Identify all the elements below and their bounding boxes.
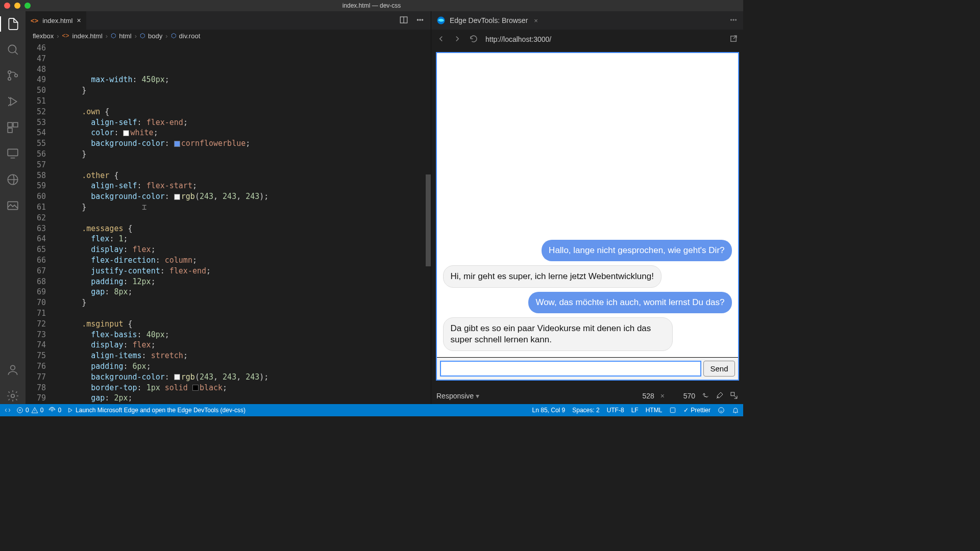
svg-rect-24 <box>671 408 675 413</box>
dimension-separator: × <box>660 392 665 400</box>
devtools-tab[interactable]: Edge DevTools: Browser × <box>431 11 743 30</box>
message-input[interactable] <box>440 361 702 377</box>
eol[interactable]: LF <box>631 407 639 414</box>
window-title: index.html — dev-css <box>342 2 401 9</box>
svg-point-1 <box>8 71 11 73</box>
image-icon[interactable] <box>6 199 19 214</box>
nav-forward-icon[interactable] <box>453 34 462 45</box>
errors-warnings[interactable]: 0 0 <box>16 407 43 414</box>
svg-rect-21 <box>731 392 734 396</box>
line-gutter: 4647484950515253545556575859606162636465… <box>26 42 54 404</box>
indentation[interactable]: Spaces: 2 <box>572 407 599 414</box>
notifications-icon[interactable] <box>732 407 739 414</box>
url-bar[interactable]: http://localhost:3000/ <box>485 35 722 43</box>
edge-browser-icon <box>436 16 446 25</box>
preview-viewport: Hallo, lange nicht gesprochen, wie geht'… <box>431 49 743 388</box>
tab-index-html[interactable]: <> index.html × <box>26 11 87 30</box>
devtools-footer: Responsive × <box>431 388 743 404</box>
svg-point-19 <box>735 19 736 20</box>
crumb-folder[interactable]: flexbox <box>33 32 54 40</box>
svg-point-25 <box>719 408 724 413</box>
more-actions-icon[interactable] <box>415 15 425 26</box>
scrollbar-vertical[interactable] <box>426 174 431 266</box>
maximize-window-icon[interactable] <box>24 3 31 9</box>
svg-point-11 <box>11 394 15 398</box>
devtools-toolbar: http://localhost:3000/ <box>431 30 743 49</box>
breadcrumbs[interactable]: flexbox › <> index.html › ⬡ html › ⬡ bod… <box>26 30 431 42</box>
send-button[interactable]: Send <box>703 361 734 377</box>
svg-point-18 <box>733 19 734 20</box>
prettier-status[interactable]: ✓ Prettier <box>683 407 710 414</box>
rotate-icon[interactable] <box>701 391 709 401</box>
close-window-icon[interactable] <box>4 3 10 9</box>
svg-point-23 <box>52 409 54 411</box>
devtools-tab-title: Edge DevTools: Browser <box>450 16 528 24</box>
language-mode[interactable]: HTML <box>646 407 663 414</box>
encoding[interactable]: UTF-8 <box>607 407 624 414</box>
explorer-icon[interactable] <box>0 16 26 32</box>
viewport-width-input[interactable] <box>630 392 654 400</box>
chat-message: Hi, mir geht es super, ich lerne jetzt W… <box>443 265 662 288</box>
crumb-file[interactable]: index.html <box>72 32 103 40</box>
devtools-panel: Edge DevTools: Browser × http://localhos… <box>431 11 743 404</box>
svg-rect-4 <box>8 122 12 127</box>
crumb-body[interactable]: body <box>148 32 162 40</box>
viewport-height-input[interactable] <box>671 392 695 400</box>
debug-icon[interactable] <box>6 95 19 110</box>
chat-message: Hallo, lange nicht gesprochen, wie geht'… <box>542 240 731 261</box>
devtools-close-icon[interactable]: × <box>534 17 538 24</box>
open-external-icon[interactable] <box>729 34 738 45</box>
svg-point-10 <box>11 365 15 370</box>
extensions-icon[interactable] <box>6 121 19 136</box>
code-content[interactable]: ⌶ max-width: 450px; } .own { align-self:… <box>54 42 431 404</box>
crumb-html[interactable]: html <box>119 32 132 40</box>
nav-back-icon[interactable] <box>436 34 446 45</box>
svg-point-0 <box>8 45 16 53</box>
svg-rect-5 <box>13 122 18 127</box>
tools-icon[interactable] <box>669 407 676 414</box>
port-forward[interactable]: 0 <box>48 407 61 414</box>
svg-point-13 <box>417 19 418 20</box>
settings-icon[interactable] <box>6 389 19 404</box>
activity-bar <box>0 11 26 404</box>
preview-frame[interactable]: Hallo, lange nicht gesprochen, wie geht'… <box>436 52 739 381</box>
svg-point-14 <box>420 19 421 20</box>
search-icon[interactable] <box>6 43 19 58</box>
edge-icon[interactable] <box>6 173 19 188</box>
editor-tabs: <> index.html × <box>26 11 431 30</box>
responsive-dropdown[interactable]: Responsive <box>436 392 479 400</box>
crumb-div-root[interactable]: div.root <box>179 32 201 40</box>
html-file-icon: <> <box>31 17 38 24</box>
code-editor[interactable]: 4647484950515253545556575859606162636465… <box>26 42 431 404</box>
eyedropper-icon[interactable] <box>716 391 724 401</box>
status-bar: 0 0 0 Launch Microsoft Edge and open the… <box>0 404 743 416</box>
devtools-more-icon[interactable] <box>729 15 738 26</box>
feedback-icon[interactable] <box>718 407 725 414</box>
split-editor-icon[interactable] <box>399 15 408 26</box>
reload-icon[interactable] <box>469 34 478 45</box>
cursor-position[interactable]: Ln 85, Col 9 <box>532 407 566 414</box>
inspect-icon[interactable] <box>730 391 738 401</box>
message-input-bar: Send <box>437 357 738 380</box>
svg-point-17 <box>730 19 731 20</box>
titlebar: index.html — dev-css <box>0 0 743 11</box>
account-icon[interactable] <box>6 363 19 378</box>
svg-point-3 <box>15 74 17 77</box>
tab-label: index.html <box>42 17 72 24</box>
launch-edge-status[interactable]: Launch Microsoft Edge and open the Edge … <box>66 407 246 414</box>
editor-area: <> index.html × flexbox › <> index.html … <box>26 11 431 404</box>
chat-messages: Hallo, lange nicht gesprochen, wie geht'… <box>437 53 738 357</box>
window-controls <box>4 3 31 9</box>
source-control-icon[interactable] <box>6 69 19 84</box>
minimize-window-icon[interactable] <box>14 3 20 9</box>
close-tab-icon[interactable]: × <box>77 16 81 24</box>
svg-rect-7 <box>8 149 18 156</box>
svg-point-15 <box>422 19 423 20</box>
chat-message: Da gibt es so ein paar Videokurse mit de… <box>443 317 673 351</box>
chat-message: Wow, das möchte ich auch, womit lernst D… <box>528 292 731 313</box>
remote-indicator[interactable] <box>4 407 11 414</box>
svg-rect-6 <box>8 128 12 133</box>
remote-icon[interactable] <box>6 147 19 162</box>
svg-point-2 <box>8 78 11 80</box>
